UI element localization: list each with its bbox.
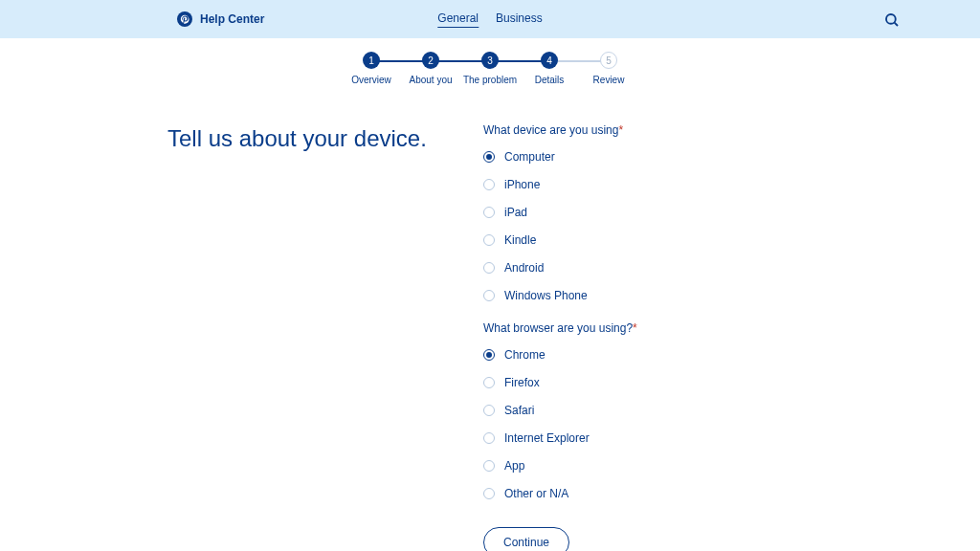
search-icon[interactable] — [883, 11, 899, 27]
step-the-problem[interactable]: 3 The problem — [460, 52, 520, 85]
device-option[interactable]: Windows Phone — [483, 289, 980, 302]
browser-option-label: Chrome — [504, 348, 546, 362]
radio-icon — [483, 405, 495, 416]
brand[interactable]: Help Center — [177, 11, 264, 27]
step-details[interactable]: 4 Details — [520, 52, 579, 85]
device-option-label: Computer — [504, 150, 555, 164]
browser-question: What browser are you using?* — [483, 321, 980, 335]
step-about-you[interactable]: 2 About you — [401, 52, 460, 85]
header-bar: Help Center General Business — [0, 0, 980, 38]
radio-icon — [483, 377, 495, 388]
browser-option-label: Safari — [504, 404, 534, 417]
required-mark: * — [618, 123, 623, 137]
radio-icon — [483, 234, 495, 246]
browser-radio-group: ChromeFirefoxSafariInternet ExplorerAppO… — [483, 348, 980, 500]
device-radio-group: ComputeriPhoneiPadKindleAndroidWindows P… — [483, 150, 980, 302]
radio-icon — [483, 349, 495, 361]
browser-option-label: Internet Explorer — [504, 431, 590, 445]
browser-option-label: Firefox — [504, 376, 540, 389]
device-option-label: Windows Phone — [504, 289, 588, 302]
device-option-label: iPad — [504, 206, 527, 219]
radio-icon — [483, 151, 495, 163]
radio-icon — [483, 290, 495, 301]
radio-icon — [483, 262, 495, 274]
browser-option[interactable]: Other or N/A — [483, 487, 980, 500]
device-option-label: iPhone — [504, 178, 540, 191]
device-option[interactable]: iPad — [483, 206, 980, 219]
device-option[interactable]: Android — [483, 261, 980, 275]
browser-option-label: App — [504, 459, 524, 473]
header-tabs: General Business — [437, 11, 542, 28]
required-mark: * — [633, 321, 637, 335]
svg-point-0 — [886, 14, 896, 24]
radio-icon — [483, 488, 495, 499]
continue-button[interactable]: Continue — [483, 527, 569, 551]
tab-business[interactable]: Business — [496, 11, 543, 28]
device-option-label: Android — [504, 261, 544, 275]
main-content: Tell us about your device. What device a… — [0, 85, 980, 551]
device-question: What device are you using* — [483, 123, 980, 137]
tab-general[interactable]: General — [437, 11, 479, 28]
device-option[interactable]: Computer — [483, 150, 980, 164]
browser-option-label: Other or N/A — [504, 487, 568, 500]
brand-label: Help Center — [200, 12, 264, 26]
svg-line-1 — [895, 23, 898, 26]
browser-option[interactable]: App — [483, 459, 980, 473]
step-overview[interactable]: 1 Overview — [342, 52, 401, 85]
form-column: What device are you using* ComputeriPhon… — [479, 123, 980, 551]
browser-option[interactable]: Chrome — [483, 348, 980, 362]
browser-option[interactable]: Internet Explorer — [483, 431, 980, 445]
device-option[interactable]: Kindle — [483, 233, 980, 247]
pinterest-icon — [177, 11, 192, 27]
browser-option[interactable]: Firefox — [483, 376, 980, 389]
step-review: 5 Review — [579, 52, 638, 85]
browser-option[interactable]: Safari — [483, 404, 980, 417]
device-option-label: Kindle — [504, 233, 536, 247]
left-column: Tell us about your device. — [0, 123, 479, 551]
device-option[interactable]: iPhone — [483, 178, 980, 191]
radio-icon — [483, 207, 495, 218]
radio-icon — [483, 179, 495, 190]
radio-icon — [483, 432, 495, 444]
radio-icon — [483, 460, 495, 472]
progress-stepper: 1 Overview 2 About you 3 The problem 4 D… — [0, 52, 980, 85]
page-heading: Tell us about your device. — [167, 123, 479, 153]
